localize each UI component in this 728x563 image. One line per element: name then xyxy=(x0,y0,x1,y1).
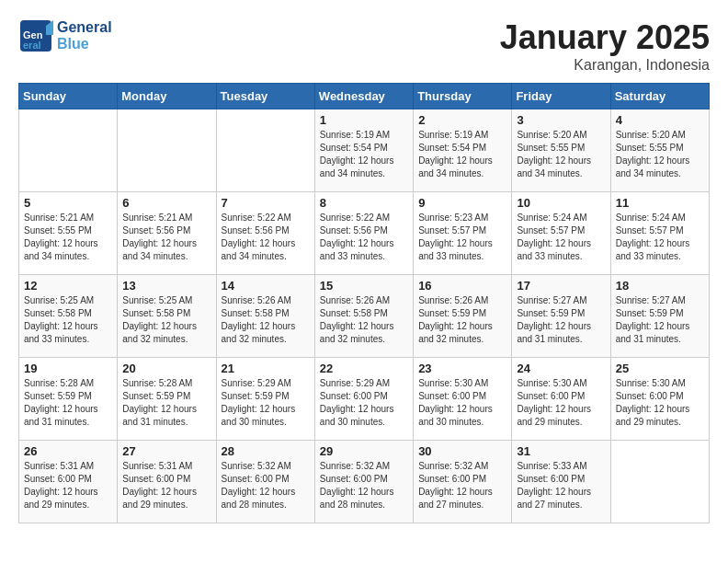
table-row: 27Sunrise: 5:31 AM Sunset: 6:00 PM Dayli… xyxy=(118,441,216,523)
day-info: Sunrise: 5:21 AM Sunset: 5:56 PM Dayligh… xyxy=(122,212,210,263)
header-tuesday: Tuesday xyxy=(216,84,314,109)
day-number: 21 xyxy=(222,362,310,375)
day-info: Sunrise: 5:32 AM Sunset: 6:00 PM Dayligh… xyxy=(418,460,506,511)
table-row: 9Sunrise: 5:23 AM Sunset: 5:57 PM Daylig… xyxy=(414,192,512,275)
table-row: 5Sunrise: 5:21 AM Sunset: 5:55 PM Daylig… xyxy=(19,192,118,275)
day-info: Sunrise: 5:27 AM Sunset: 5:59 PM Dayligh… xyxy=(616,294,704,346)
day-number: 26 xyxy=(24,444,112,458)
day-number: 4 xyxy=(616,113,704,127)
calendar-table: Sunday Monday Tuesday Wednesday Thursday… xyxy=(18,83,710,523)
header-monday: Monday xyxy=(118,84,216,109)
table-row: 23Sunrise: 5:30 AM Sunset: 6:00 PM Dayli… xyxy=(414,358,512,441)
day-number: 1 xyxy=(320,113,408,127)
day-info: Sunrise: 5:20 AM Sunset: 5:55 PM Dayligh… xyxy=(517,129,605,180)
day-info: Sunrise: 5:22 AM Sunset: 5:56 PM Dayligh… xyxy=(320,212,408,263)
table-row: 6Sunrise: 5:21 AM Sunset: 5:56 PM Daylig… xyxy=(118,192,216,275)
table-row: 24Sunrise: 5:30 AM Sunset: 6:00 PM Dayli… xyxy=(512,358,610,441)
day-info: Sunrise: 5:30 AM Sunset: 6:00 PM Dayligh… xyxy=(616,377,704,429)
day-number: 19 xyxy=(24,362,112,375)
table-row: 3Sunrise: 5:20 AM Sunset: 5:55 PM Daylig… xyxy=(512,109,610,192)
day-info: Sunrise: 5:28 AM Sunset: 5:59 PM Dayligh… xyxy=(24,377,112,429)
day-info: Sunrise: 5:19 AM Sunset: 5:54 PM Dayligh… xyxy=(320,129,408,180)
table-row: 26Sunrise: 5:31 AM Sunset: 6:00 PM Dayli… xyxy=(19,441,118,523)
calendar-week-row: 5Sunrise: 5:21 AM Sunset: 5:55 PM Daylig… xyxy=(19,192,710,275)
table-row: 1Sunrise: 5:19 AM Sunset: 5:54 PM Daylig… xyxy=(314,109,413,192)
day-info: Sunrise: 5:27 AM Sunset: 5:59 PM Dayligh… xyxy=(517,294,605,346)
logo-icon: Gen eral xyxy=(18,18,53,53)
table-row: 15Sunrise: 5:26 AM Sunset: 5:58 PM Dayli… xyxy=(314,275,413,358)
day-number: 7 xyxy=(222,196,310,210)
calendar-week-row: 12Sunrise: 5:25 AM Sunset: 5:58 PM Dayli… xyxy=(19,275,710,358)
day-number: 29 xyxy=(320,444,408,458)
table-row xyxy=(19,109,118,192)
day-number: 31 xyxy=(517,444,605,458)
table-row: 7Sunrise: 5:22 AM Sunset: 5:56 PM Daylig… xyxy=(216,192,314,275)
day-info: Sunrise: 5:33 AM Sunset: 6:00 PM Dayligh… xyxy=(517,460,605,511)
table-row: 29Sunrise: 5:32 AM Sunset: 6:00 PM Dayli… xyxy=(314,441,413,523)
weekday-header-row: Sunday Monday Tuesday Wednesday Thursday… xyxy=(19,84,710,109)
day-number: 14 xyxy=(222,279,310,293)
day-info: Sunrise: 5:30 AM Sunset: 6:00 PM Dayligh… xyxy=(517,377,605,429)
day-info: Sunrise: 5:32 AM Sunset: 6:00 PM Dayligh… xyxy=(320,460,408,511)
table-row: 17Sunrise: 5:27 AM Sunset: 5:59 PM Dayli… xyxy=(512,275,610,358)
day-number: 12 xyxy=(24,279,112,293)
table-row: 21Sunrise: 5:29 AM Sunset: 5:59 PM Dayli… xyxy=(216,358,314,441)
day-number: 6 xyxy=(122,196,210,210)
day-number: 15 xyxy=(320,279,408,293)
table-row: 4Sunrise: 5:20 AM Sunset: 5:55 PM Daylig… xyxy=(610,109,709,192)
table-row: 30Sunrise: 5:32 AM Sunset: 6:00 PM Dayli… xyxy=(414,441,512,523)
title-block: January 2025 Karangan, Indonesia xyxy=(500,18,710,74)
calendar-week-row: 19Sunrise: 5:28 AM Sunset: 5:59 PM Dayli… xyxy=(19,358,710,441)
day-info: Sunrise: 5:20 AM Sunset: 5:55 PM Dayligh… xyxy=(616,129,704,180)
day-number: 27 xyxy=(122,444,210,458)
day-number: 8 xyxy=(320,196,408,210)
day-number: 3 xyxy=(517,113,605,127)
table-row xyxy=(216,109,314,192)
day-number: 24 xyxy=(517,362,605,375)
logo: Gen eral General Blue xyxy=(18,18,112,53)
table-row: 28Sunrise: 5:32 AM Sunset: 6:00 PM Dayli… xyxy=(216,441,314,523)
table-row: 13Sunrise: 5:25 AM Sunset: 5:58 PM Dayli… xyxy=(118,275,216,358)
table-row: 25Sunrise: 5:30 AM Sunset: 6:00 PM Dayli… xyxy=(610,358,709,441)
day-number: 9 xyxy=(418,196,506,210)
table-row: 14Sunrise: 5:26 AM Sunset: 5:58 PM Dayli… xyxy=(216,275,314,358)
day-info: Sunrise: 5:29 AM Sunset: 5:59 PM Dayligh… xyxy=(222,377,310,429)
table-row: 18Sunrise: 5:27 AM Sunset: 5:59 PM Dayli… xyxy=(610,275,709,358)
table-row: 8Sunrise: 5:22 AM Sunset: 5:56 PM Daylig… xyxy=(314,192,413,275)
day-number: 13 xyxy=(122,279,210,293)
page-header: Gen eral General Blue January 2025 Karan… xyxy=(18,18,710,74)
day-info: Sunrise: 5:19 AM Sunset: 5:54 PM Dayligh… xyxy=(418,129,506,180)
day-info: Sunrise: 5:29 AM Sunset: 6:00 PM Dayligh… xyxy=(320,377,408,429)
header-friday: Friday xyxy=(512,84,610,109)
day-info: Sunrise: 5:24 AM Sunset: 5:57 PM Dayligh… xyxy=(517,212,605,263)
day-info: Sunrise: 5:30 AM Sunset: 6:00 PM Dayligh… xyxy=(418,377,506,429)
header-sunday: Sunday xyxy=(19,84,118,109)
day-info: Sunrise: 5:32 AM Sunset: 6:00 PM Dayligh… xyxy=(222,460,310,511)
day-info: Sunrise: 5:26 AM Sunset: 5:59 PM Dayligh… xyxy=(418,294,506,346)
table-row: 10Sunrise: 5:24 AM Sunset: 5:57 PM Dayli… xyxy=(512,192,610,275)
calendar-week-row: 26Sunrise: 5:31 AM Sunset: 6:00 PM Dayli… xyxy=(19,441,710,523)
day-info: Sunrise: 5:28 AM Sunset: 5:59 PM Dayligh… xyxy=(122,377,210,429)
day-info: Sunrise: 5:25 AM Sunset: 5:58 PM Dayligh… xyxy=(122,294,210,346)
svg-text:eral: eral xyxy=(23,40,41,51)
table-row: 2Sunrise: 5:19 AM Sunset: 5:54 PM Daylig… xyxy=(414,109,512,192)
day-number: 28 xyxy=(222,444,310,458)
day-number: 30 xyxy=(418,444,506,458)
table-row: 20Sunrise: 5:28 AM Sunset: 5:59 PM Dayli… xyxy=(118,358,216,441)
day-number: 23 xyxy=(418,362,506,375)
day-info: Sunrise: 5:31 AM Sunset: 6:00 PM Dayligh… xyxy=(122,460,210,511)
table-row: 11Sunrise: 5:24 AM Sunset: 5:57 PM Dayli… xyxy=(610,192,709,275)
day-number: 25 xyxy=(616,362,704,375)
table-row: 22Sunrise: 5:29 AM Sunset: 6:00 PM Dayli… xyxy=(314,358,413,441)
table-row: 19Sunrise: 5:28 AM Sunset: 5:59 PM Dayli… xyxy=(19,358,118,441)
table-row: 16Sunrise: 5:26 AM Sunset: 5:59 PM Dayli… xyxy=(414,275,512,358)
day-info: Sunrise: 5:31 AM Sunset: 6:00 PM Dayligh… xyxy=(24,460,112,511)
logo-blue: Blue xyxy=(57,36,112,52)
day-number: 11 xyxy=(616,196,704,210)
day-number: 16 xyxy=(418,279,506,293)
day-number: 20 xyxy=(122,362,210,375)
table-row: 12Sunrise: 5:25 AM Sunset: 5:58 PM Dayli… xyxy=(19,275,118,358)
day-info: Sunrise: 5:22 AM Sunset: 5:56 PM Dayligh… xyxy=(222,212,310,263)
day-number: 22 xyxy=(320,362,408,375)
day-info: Sunrise: 5:23 AM Sunset: 5:57 PM Dayligh… xyxy=(418,212,506,263)
